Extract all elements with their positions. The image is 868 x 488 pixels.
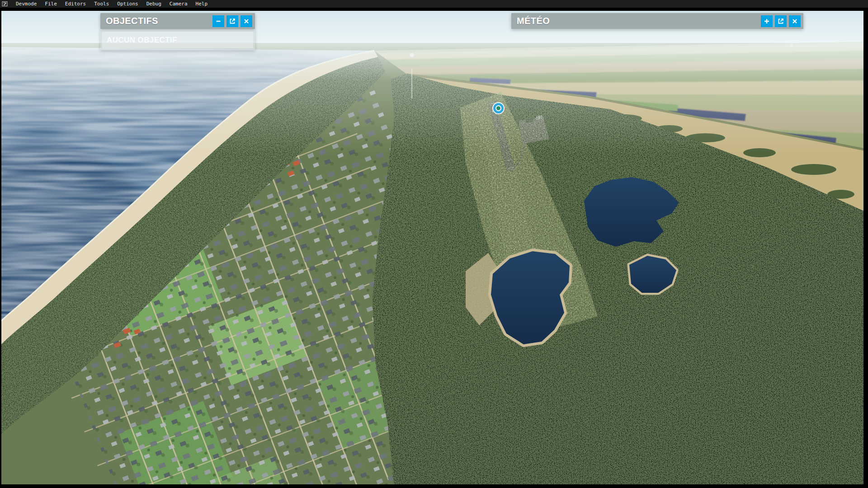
menu-item-devmode[interactable]: Devmode — [12, 0, 41, 8]
menu-item-file[interactable]: File — [41, 0, 61, 8]
menu-item-debug[interactable]: Debug — [142, 0, 165, 8]
menu-item-help[interactable]: Help — [192, 0, 212, 8]
plus-icon — [763, 18, 770, 25]
devmode-menu-bar: Devmode File Editors Tools Options Debug… — [0, 0, 868, 8]
minimize-button[interactable] — [212, 15, 224, 27]
popout-icon — [229, 18, 236, 25]
weather-panel: MÉTÉO — [511, 13, 803, 29]
objectives-panel: OBJECTIFS AUCUN OBJECTIF — [100, 13, 255, 50]
menu-item-options[interactable]: Options — [113, 0, 142, 8]
runway-start-marker[interactable] — [493, 103, 504, 113]
close-icon — [791, 18, 798, 25]
objectives-panel-body: AUCUN OBJECTIF — [100, 30, 255, 50]
weather-panel-header[interactable]: MÉTÉO — [511, 13, 803, 29]
world-viewport[interactable] — [1, 11, 863, 484]
marker-core-icon — [495, 105, 501, 111]
no-objective-item: AUCUN OBJECTIF — [102, 32, 253, 48]
weather-panel-title: MÉTÉO — [517, 16, 759, 26]
close-button[interactable] — [789, 15, 801, 27]
popout-button[interactable] — [775, 15, 787, 27]
menu-item-tools[interactable]: Tools — [90, 0, 113, 8]
devmode-app-icon — [2, 1, 8, 6]
close-icon — [243, 18, 250, 25]
close-button[interactable] — [241, 15, 252, 27]
popout-icon — [777, 18, 784, 25]
menu-item-camera[interactable]: Camera — [165, 0, 192, 8]
menu-item-editors[interactable]: Editors — [61, 0, 90, 8]
popout-button[interactable] — [226, 15, 238, 27]
objectives-panel-title: OBJECTIFS — [106, 16, 210, 26]
objectives-panel-header[interactable]: OBJECTIFS — [100, 13, 255, 29]
add-button[interactable] — [761, 15, 773, 27]
minus-icon — [215, 18, 222, 25]
aerial-scenery — [1, 11, 863, 484]
